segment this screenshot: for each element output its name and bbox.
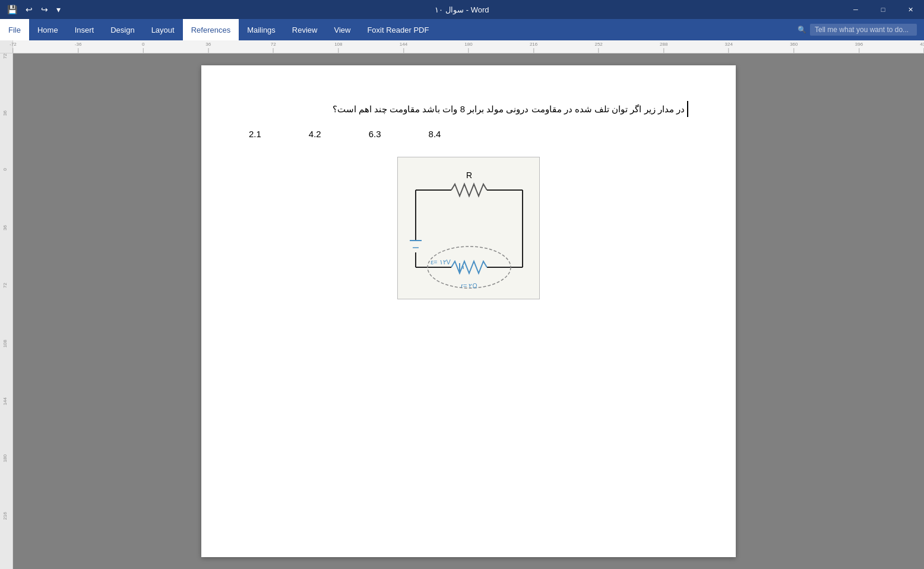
answer-options: 8.4 6.3 4.2 2.1	[249, 129, 688, 139]
tab-layout[interactable]: Layout	[143, 19, 183, 40]
option-c: 6.3	[369, 129, 381, 139]
tab-mailings[interactable]: Mailings	[239, 19, 284, 40]
maximize-button[interactable]: □	[869, 0, 897, 19]
search-icon: 🔍	[798, 26, 806, 34]
tab-references[interactable]: References	[183, 19, 239, 40]
vertical-ruler-marks: 723603672108144180216252	[0, 53, 12, 569]
ribbon: File Home Insert Design Layout Reference…	[0, 19, 924, 40]
ruler-tick-area: -72-360367210814418021625228832436039643…	[13, 40, 924, 53]
ribbon-search-area: 🔍	[798, 19, 924, 40]
document-area[interactable]: در مدار زیر اگر توان تلف شده در مقاومت د…	[13, 53, 924, 569]
minimize-button[interactable]: ─	[842, 0, 869, 19]
svg-text:r= ۲Ω: r= ۲Ω	[461, 282, 477, 289]
option-d: 8.4	[429, 129, 441, 139]
svg-text:ε= ۱۲V: ε= ۱۲V	[431, 258, 451, 265]
main-area: 723603672108144180216252 در مدار زیر اگر…	[0, 53, 924, 569]
option-a: 2.1	[249, 129, 261, 139]
ribbon-search-input[interactable]	[810, 24, 917, 36]
circuit-container: R	[249, 157, 688, 299]
tab-design[interactable]: Design	[102, 19, 143, 40]
question-text: در مدار زیر اگر توان تلف شده در مقاومت د…	[249, 101, 688, 117]
horizontal-ruler: -72-360367210814418021625228832436039643…	[0, 40, 924, 53]
redo-icon[interactable]: ↪	[39, 4, 50, 15]
tab-file[interactable]: File	[0, 19, 29, 40]
close-button[interactable]: ✕	[897, 0, 924, 19]
window-title: سوال ۱۰ - Word	[435, 5, 489, 14]
quick-access-toolbar: 💾 ↩ ↪ ▾	[5, 4, 63, 15]
vertical-ruler: 723603672108144180216252	[0, 53, 13, 569]
svg-text:R: R	[466, 170, 472, 180]
customize-icon[interactable]: ▾	[54, 4, 63, 15]
document-page: در مدار زیر اگر توان تلف شده در مقاومت د…	[201, 65, 736, 557]
tab-insert[interactable]: Insert	[67, 19, 103, 40]
tab-foxit[interactable]: Foxit Reader PDF	[359, 19, 437, 40]
tab-view[interactable]: View	[325, 19, 359, 40]
circuit-svg: R	[398, 157, 540, 299]
title-bar: 💾 ↩ ↪ ▾ سوال ۱۰ - Word ─ □ ✕	[0, 0, 924, 19]
window-controls: ─ □ ✕	[842, 0, 924, 19]
tab-review[interactable]: Review	[284, 19, 326, 40]
save-icon[interactable]: 💾	[5, 4, 20, 15]
undo-icon[interactable]: ↩	[23, 4, 35, 15]
option-b: 4.2	[309, 129, 321, 139]
circuit-diagram: R	[397, 157, 540, 299]
tab-home[interactable]: Home	[29, 19, 67, 40]
